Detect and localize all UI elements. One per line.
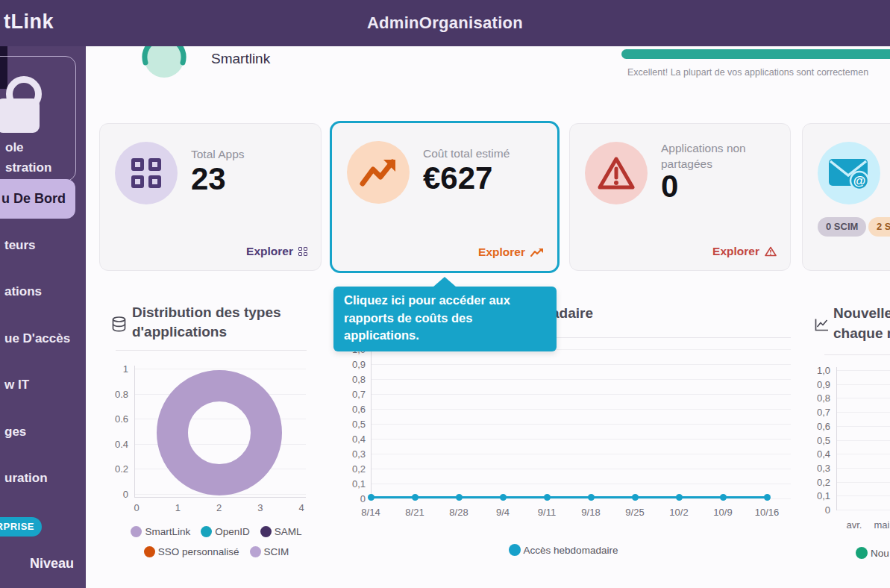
x-tick-label: 9/11 — [530, 507, 563, 518]
plan-badge: RPRISE — [0, 517, 42, 537]
y-tick-label: 0,7 — [339, 389, 366, 400]
donut-ring — [157, 370, 282, 495]
weekly-access-chart-legend: Accès hebdomadaire — [448, 544, 679, 556]
sidebar-item-shares[interactable]: ges — [4, 425, 26, 440]
sidebar-item-shadow-it[interactable]: w IT — [4, 378, 29, 392]
y-tick-label: 0,1 — [339, 478, 366, 490]
explore-apps-button[interactable]: Explorer — [246, 245, 307, 258]
y-tick-label: 0,3 — [339, 448, 366, 460]
legend-dot — [201, 526, 212, 537]
y-tick-label: 0.8 — [97, 389, 128, 400]
x-tick-label: 8/21 — [398, 507, 431, 518]
lock-icon — [0, 76, 48, 140]
legend-item[interactable]: SSO personnalisé — [144, 546, 239, 557]
app-window: tLink AdminOrganisation ole stration u D… — [0, 0, 890, 588]
sidebar-item-applications[interactable]: ations — [4, 284, 42, 299]
svg-text:@: @ — [853, 174, 866, 188]
y-tick-label: 1,0 — [809, 365, 830, 376]
data-point — [544, 494, 551, 501]
legend-dot — [509, 544, 521, 556]
x-tick-label: 10/9 — [706, 507, 739, 518]
top-header: tLink AdminOrganisation — [0, 0, 890, 46]
stat-card-unshared-apps[interactable]: Applications nonpartagées 0 Explorer — [569, 123, 791, 271]
coaching-tooltip: Cliquez ici pour accéder aux rapports de… — [333, 287, 557, 351]
y-tick-label: 0,5 — [809, 435, 830, 446]
y-tick-label: 0 — [339, 493, 366, 504]
sidebar-item-users[interactable]: teurs — [4, 238, 36, 253]
legend-dot — [250, 546, 261, 557]
grid-icon — [298, 247, 307, 256]
sidebar-item-access-policy[interactable]: ue D'accès — [4, 331, 70, 346]
legend-label: Accès hebdomadaire — [524, 545, 618, 556]
y-tick-label: 0,2 — [339, 463, 366, 475]
data-point — [764, 494, 771, 501]
stat-card-invitations[interactable]: @ 0 SCIM 2 SH — [802, 123, 890, 271]
grid-line — [371, 454, 791, 454]
y-tick-label: 0.2 — [97, 463, 128, 475]
x-tick-label: mai — [868, 519, 890, 531]
legend-item[interactable]: OpenID — [201, 526, 250, 537]
grid-line — [836, 370, 890, 371]
y-tick-label: 0,1 — [809, 490, 830, 501]
legend-label: OpenID — [215, 526, 250, 537]
legend-item[interactable]: Accès hebdomadaire — [509, 544, 618, 556]
sidebar-item-level[interactable]: Niveau — [0, 556, 74, 572]
grid-line — [371, 469, 791, 469]
x-tick-label: 9/4 — [486, 507, 519, 518]
data-point — [632, 494, 639, 501]
y-tick-label: 0,5 — [339, 419, 366, 430]
data-point — [588, 494, 595, 501]
legend-dot — [144, 546, 155, 557]
y-tick-label: 0,7 — [809, 407, 830, 418]
y-tick-label: 0,4 — [809, 448, 830, 460]
y-tick-label: 1 — [97, 363, 128, 375]
x-tick-label: 9/18 — [574, 507, 607, 518]
monthly-apps-chart-title-line1: Nouvelle — [833, 304, 890, 323]
x-tick-label: 1 — [172, 502, 184, 513]
grid-line — [836, 440, 890, 441]
y-tick-label: 0.4 — [97, 439, 128, 450]
explore-unshared-button[interactable]: Explorer — [712, 245, 777, 258]
legend-item[interactable]: SCIM — [250, 546, 289, 557]
trending-up-icon — [347, 141, 410, 204]
donut-chart-plot: 10.80.60.40.2001234 — [97, 362, 313, 522]
grid-line — [836, 412, 890, 413]
y-tick-label: 0,8 — [809, 392, 830, 404]
health-progress-bar — [621, 49, 890, 59]
tooltip-arrow — [433, 277, 457, 287]
apps-grid-icon — [115, 142, 178, 204]
legend-label: SSO personnalisé — [158, 546, 239, 557]
y-tick-label: 0 — [97, 489, 128, 500]
y-axis-line — [371, 346, 372, 500]
grid-line — [836, 426, 890, 427]
legend-item[interactable]: Nou — [856, 547, 889, 559]
legend-item[interactable]: SAML — [260, 526, 302, 537]
y-tick-label: 0,6 — [339, 404, 366, 415]
shared-badge: 2 SH — [868, 217, 890, 237]
sidebar-item-dashboard[interactable]: u De Bord — [0, 179, 75, 219]
legend-label: SCIM — [264, 546, 289, 557]
warning-triangle-icon — [585, 142, 648, 204]
legend-dot — [260, 526, 272, 537]
y-tick-label: 0,9 — [339, 359, 366, 370]
grid-line — [371, 379, 791, 380]
grid-line — [371, 439, 791, 440]
stat-card-total-cost[interactable]: Coût total estimé €627 Explorer — [330, 121, 560, 273]
health-message: Excellent! La plupart de vos application… — [627, 67, 868, 78]
legend-item[interactable]: SmartLink — [131, 526, 190, 537]
y-tick-label: 0,9 — [809, 379, 830, 390]
grid-line — [371, 394, 791, 395]
x-tick-label: 0 — [131, 502, 142, 513]
x-tick-label: 8/28 — [442, 507, 475, 518]
console-admin-card[interactable]: ole stration — [0, 56, 76, 181]
scim-badge: 0 SCIM — [818, 217, 866, 237]
x-axis-line — [134, 497, 306, 498]
stat-card-total-apps[interactable]: Total Apps 23 Explorer — [99, 123, 322, 271]
grid-line — [371, 409, 791, 410]
weekly-access-chart-plot: 1,00,90,80,70,60,50,40,30,20,108/148/218… — [339, 343, 795, 526]
line-chart-icon — [815, 318, 829, 334]
sidebar-item-configuration[interactable]: uration — [4, 471, 48, 486]
monthly-apps-chart-title-line2: chaque m — [833, 324, 890, 343]
explore-costs-button[interactable]: Explorer — [478, 245, 544, 259]
y-tick-label: 0.6 — [97, 413, 128, 425]
